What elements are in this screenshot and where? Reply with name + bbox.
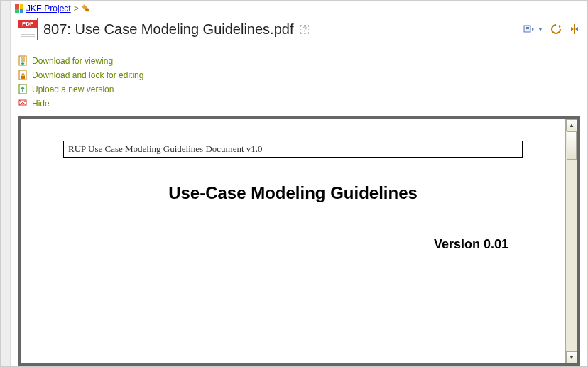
help-icon[interactable]: ? [300, 25, 309, 34]
action-upload: Upload a new version [18, 82, 580, 97]
scroll-track[interactable] [566, 160, 577, 351]
hide-link[interactable]: Hide [32, 99, 50, 109]
export-menu-icon[interactable] [523, 23, 535, 35]
upload-link[interactable]: Upload a new version [32, 84, 114, 94]
download-view-link[interactable]: Download for viewing [32, 56, 113, 66]
action-hide: Hide [18, 97, 580, 111]
page-title: 807: Use Case Modeling Guidelines.pdf [43, 21, 293, 38]
breadcrumb-project-link[interactable]: JKE Project [26, 4, 71, 13]
refresh-icon[interactable] [550, 23, 562, 35]
action-download-view: Download for viewing [18, 54, 580, 68]
embedded-doc-header: RUP Use Case Modeling Guidelines Documen… [63, 141, 523, 158]
action-download-lock: Download and lock for editing [18, 68, 580, 82]
hide-icon [18, 98, 28, 109]
title-row: 807: Use Case Modeling Guidelines.pdf ? … [11, 15, 587, 48]
app-frame: JKE Project > 807: Use Case Modeling Gui… [0, 0, 588, 367]
svg-rect-1 [526, 27, 529, 28]
collapse-icon[interactable] [569, 23, 580, 35]
embedded-content: RUP Use Case Modeling Guidelines Documen… [21, 119, 565, 295]
svg-rect-2 [526, 28, 529, 29]
embedded-doc-title: Use-Case Modeling Guidelines [63, 183, 523, 203]
left-rail [1, 1, 11, 366]
download-lock-link[interactable]: Download and lock for editing [32, 70, 143, 80]
scroll-down-button[interactable]: ▼ [566, 351, 577, 363]
vertical-scrollbar[interactable]: ▲ ▼ [565, 119, 577, 363]
export-menu-caret-icon[interactable]: ▼ [538, 26, 543, 33]
title-actions: ▼ [523, 23, 580, 35]
download-lock-icon [18, 70, 28, 81]
download-view-icon [18, 55, 28, 67]
scroll-up-button[interactable]: ▲ [566, 119, 577, 131]
document-viewer: RUP Use Case Modeling Guidelines Documen… [18, 116, 580, 366]
apps-icon[interactable] [15, 4, 23, 13]
main-panel: JKE Project > 807: Use Case Modeling Gui… [11, 1, 587, 366]
title-left: 807: Use Case Modeling Guidelines.pdf ? [18, 18, 309, 40]
embedded-doc-version: Version 0.01 [63, 237, 523, 252]
breadcrumb: JKE Project > [11, 1, 587, 15]
pencil-icon[interactable] [80, 3, 92, 15]
document-page: RUP Use Case Modeling Guidelines Documen… [21, 119, 565, 363]
document-actions: Download for viewing Download and lock f… [11, 48, 587, 116]
svg-rect-6 [21, 76, 25, 79]
svg-rect-3 [574, 24, 575, 34]
scroll-thumb[interactable] [567, 131, 577, 160]
pdf-icon [18, 18, 38, 40]
breadcrumb-separator: > [74, 4, 79, 13]
upload-icon [18, 84, 28, 95]
